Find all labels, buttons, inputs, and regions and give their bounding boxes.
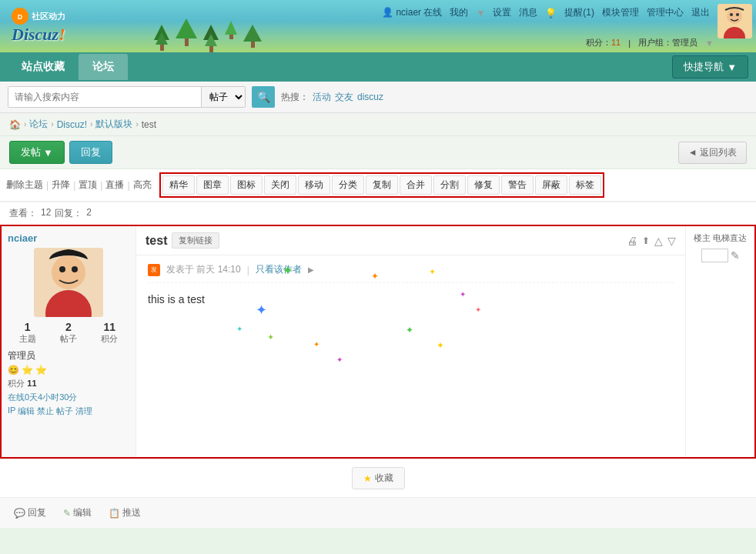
ip-action-posts[interactable]: 帖子	[56, 405, 73, 417]
top-avatar[interactable]	[718, 4, 752, 38]
only-author-link[interactable]: 只看该作者	[256, 263, 302, 276]
admin-pin[interactable]: 置顶	[79, 179, 97, 192]
reply-button[interactable]: 回复	[69, 141, 112, 164]
reply-count: 2	[86, 207, 92, 220]
thumbs-up-icon[interactable]: △	[654, 235, 663, 247]
elevator-input[interactable]	[701, 249, 728, 262]
view-count-bar: 查看： 12 回复： 2	[0, 202, 756, 225]
ip-action-edit[interactable]: 编辑	[18, 405, 35, 417]
breadcrumb-default-section[interactable]: 默认版块	[95, 118, 132, 131]
back-button[interactable]: ◄ 返回列表	[678, 142, 747, 164]
action-bar: 发帖 ▼ 回复 ◄ 返回列表	[0, 136, 756, 169]
sparkle-11: ✦	[406, 325, 413, 335]
search-input-wrap: 帖子	[8, 86, 246, 108]
search-input[interactable]	[8, 87, 201, 107]
hot-tag-friends[interactable]: 交友	[335, 91, 353, 104]
admin-btn-copy[interactable]: 复制	[366, 175, 398, 195]
post-time: 发表于 前天 14:10	[166, 263, 241, 276]
search-bar: 帖子 🔍 热搜： 活动 交友 discuz	[0, 82, 756, 113]
admin-btn-block[interactable]: 屏蔽	[535, 175, 567, 195]
nav-forum[interactable]: 论坛	[79, 54, 128, 80]
post-row: nciaer 1 主题	[0, 225, 756, 459]
user-badges: 😊 ⭐ ⭐	[8, 365, 129, 375]
bottom-edit-button[interactable]: ✎ 编辑	[59, 504, 96, 522]
admin-right-sidebar: 楼主 电梯直达 ✎	[685, 226, 754, 457]
admin-live[interactable]: 直播	[105, 179, 124, 192]
logo-icon: D	[12, 8, 28, 25]
breadcrumb-sep-3: ›	[90, 120, 92, 128]
online-time[interactable]: 在线0天4小时30分	[8, 392, 129, 403]
view-count: 12	[41, 207, 51, 220]
admin-btn-merge[interactable]: 合并	[400, 175, 432, 195]
user-name-link[interactable]: nciaer	[8, 232, 37, 244]
edit-icon: ✎	[63, 508, 71, 519]
search-type-select[interactable]: 帖子	[201, 87, 245, 107]
svg-point-5	[730, 13, 733, 16]
stat-topics: 1 主题	[8, 321, 47, 345]
breadcrumb-discuz[interactable]: Discuz!	[57, 119, 87, 130]
nav-bar: 站点收藏 论坛 快捷导航 ▼	[0, 52, 756, 82]
admin-btn-featured[interactable]: 精华	[162, 175, 195, 195]
post-body: 发 发表于 前天 14:10 | 只看该作者 ▶ ✦ ✦ ✦ ✦ ✦ ✦ ✦ ✦	[136, 255, 685, 409]
bottom-reply-button[interactable]: 💬 回复	[9, 504, 51, 522]
svg-point-6	[736, 13, 739, 16]
quick-nav-button[interactable]: 快捷导航 ▼	[672, 55, 748, 78]
sparkle-12: ✦	[437, 340, 444, 351]
svg-point-10	[59, 266, 65, 272]
elevator-label: 电梯直达	[713, 232, 747, 244]
settings-link[interactable]: 设置	[493, 6, 511, 19]
user-score-line: 积分 11	[8, 378, 129, 389]
collect-button[interactable]: ★ 收藏	[352, 467, 405, 489]
admin-btn-repair[interactable]: 修复	[467, 175, 500, 195]
ip-action-ip[interactable]: IP	[8, 405, 15, 417]
module-mgmt-link[interactable]: 模块管理	[602, 6, 639, 19]
search-button[interactable]: 🔍	[252, 86, 275, 108]
breadcrumb-sep-2: ›	[51, 120, 53, 128]
hot-tag-activity[interactable]: 活动	[313, 91, 331, 104]
breadcrumb-forum[interactable]: 论坛	[29, 118, 48, 131]
sparkle-7: ✦	[236, 325, 243, 333]
logout-link[interactable]: 退出	[691, 6, 710, 19]
admin-btn-stamp[interactable]: 图章	[196, 175, 229, 195]
admin-btn-icon[interactable]: 图标	[230, 175, 263, 195]
badge-star2: ⭐	[35, 365, 47, 375]
home-icon[interactable]: 🏠	[9, 119, 21, 130]
stat-posts: 2 帖子	[49, 321, 88, 345]
my-menu[interactable]: 我的	[450, 6, 468, 19]
share-icon[interactable]: ⬆	[642, 235, 650, 246]
score-text: 积分：11	[586, 37, 621, 48]
post-button[interactable]: 发帖 ▼	[9, 141, 65, 164]
decoration-trees	[154, 25, 262, 52]
top-navigation: 👤 nciaer 在线 我的 ▼ 设置 消息 💡 提醒(1) 模块管理 管理中心…	[382, 6, 710, 19]
admin-delete-topic[interactable]: 删除主题	[6, 179, 43, 192]
admin-btn-close[interactable]: 关闭	[264, 175, 296, 195]
elevator-edit-icon[interactable]: ✎	[731, 249, 740, 262]
admin-center-link[interactable]: 管理中心	[647, 6, 684, 19]
thumbs-down-icon[interactable]: ▽	[667, 235, 676, 247]
ip-actions: IP 编辑 禁止 帖子 清理	[8, 405, 129, 417]
bottom-action-bar: 💬 回复 ✎ 编辑 📋 推送	[0, 497, 756, 528]
hot-tag-discuz[interactable]: discuz	[357, 92, 383, 102]
admin-btn-split[interactable]: 分割	[433, 175, 466, 195]
admin-lift[interactable]: 升降	[52, 179, 70, 192]
post-dropdown-icon[interactable]: ▼	[43, 147, 53, 159]
breadcrumb-current: test	[142, 119, 156, 130]
copy-link-button[interactable]: 复制链接	[172, 232, 219, 249]
print-icon[interactable]: 🖨	[627, 235, 637, 247]
admin-btn-move[interactable]: 移动	[298, 175, 330, 195]
logo-discuz[interactable]: Discuz!	[12, 25, 65, 45]
nav-site-collection[interactable]: 站点收藏	[8, 54, 79, 80]
ip-action-clean[interactable]: 清理	[75, 405, 92, 417]
post-header: test 复制链接 🖨 ⬆ △ ▽	[136, 226, 685, 255]
user-avatar[interactable]	[34, 248, 103, 317]
username-link[interactable]: nciaer 在线	[396, 7, 442, 18]
reply-label: 回复：	[55, 207, 82, 220]
alerts-link[interactable]: 提醒(1)	[564, 6, 594, 19]
admin-highlight[interactable]: 高亮	[133, 179, 152, 192]
admin-btn-tag[interactable]: 标签	[569, 175, 601, 195]
messages-link[interactable]: 消息	[519, 6, 537, 19]
admin-btn-category[interactable]: 分类	[332, 175, 364, 195]
bottom-forward-button[interactable]: 📋 推送	[104, 504, 146, 522]
ip-action-ban[interactable]: 禁止	[37, 405, 54, 417]
admin-btn-warn[interactable]: 警告	[501, 175, 534, 195]
